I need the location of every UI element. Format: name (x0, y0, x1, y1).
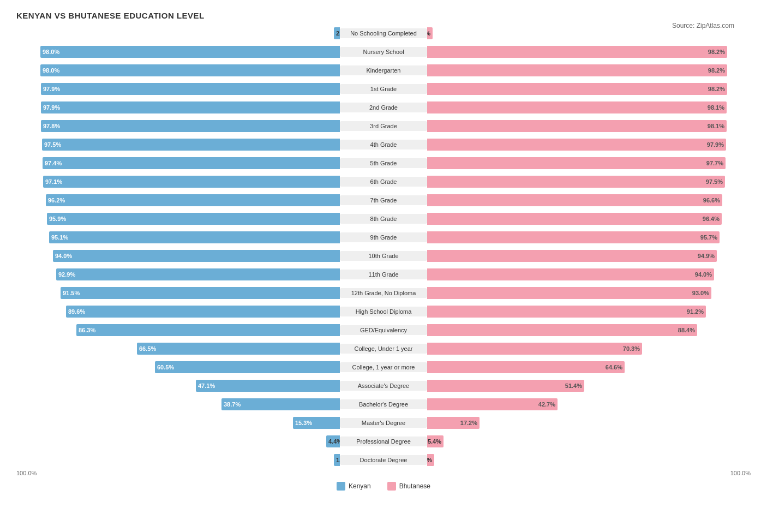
table-row: 86.3%GED/Equivalency88.4% (16, 322, 751, 338)
bar-right-value: 70.3% (623, 345, 640, 352)
bar-left-value: 95.9% (49, 216, 66, 222)
bar-left-value: 96.2% (48, 197, 65, 204)
bar-right-value: 98.2% (708, 86, 725, 92)
legend: Kenyan Bhutanese (16, 482, 751, 491)
bar-category-label: Master's Degree (340, 418, 427, 428)
bar-category-label: 6th Grade (340, 177, 427, 187)
bar-right-value: 96.4% (703, 216, 720, 222)
table-row: 94.0%10th Grade94.9% (16, 248, 751, 264)
bar-right-value: 91.2% (687, 308, 704, 315)
bar-right-value: 97.9% (707, 141, 724, 148)
bar-left-value: 15.3% (295, 420, 312, 426)
bar-right-value: 93.0% (692, 290, 709, 296)
bar-category-label: GED/Equivalency (340, 325, 427, 335)
bar-left-value: 94.0% (55, 253, 72, 259)
table-row: 98.0%Kindergarten98.2% (16, 63, 751, 78)
bar-category-label: Nursery School (340, 47, 427, 57)
bar-left-value: 97.8% (43, 123, 60, 129)
bar-category-label: 2nd Grade (340, 103, 427, 112)
table-row: 4.4%Professional Degree5.4% (16, 434, 751, 449)
footer-left: 100.0% (16, 470, 37, 476)
bar-category-label: Doctorate Degree (340, 455, 427, 465)
table-row: 97.4%5th Grade97.7% (16, 156, 751, 171)
chart-inner: 2.0%No Schooling Completed1.8%98.0%Nurse… (16, 26, 751, 468)
bar-left-value: 98.0% (43, 67, 59, 74)
chart-title: KENYAN VS BHUTANESE EDUCATION LEVEL (16, 11, 751, 20)
table-row: 38.7%Bachelor's Degree42.7% (16, 397, 751, 412)
bar-left-value: 95.1% (51, 234, 68, 241)
table-row: 95.1%9th Grade95.7% (16, 230, 751, 245)
bar-category-label: 10th Grade (340, 251, 427, 261)
bar-right-value: 42.7% (538, 401, 555, 408)
bar-category-label: 5th Grade (340, 158, 427, 168)
bar-category-label: Kindergarten (340, 65, 427, 75)
bar-category-label: 7th Grade (340, 195, 427, 205)
table-row: 66.5%College, Under 1 year70.3% (16, 341, 751, 356)
legend-bhutanese-label: Bhutanese (399, 482, 430, 490)
chart-container: 2.0%No Schooling Completed1.8%98.0%Nurse… (16, 26, 751, 491)
bar-left-value: 97.5% (44, 141, 61, 148)
bar-category-label: High School Diploma (340, 307, 427, 316)
table-row: 97.5%4th Grade97.9% (16, 137, 751, 152)
table-row: 1.9%Doctorate Degree2.3% (16, 452, 751, 468)
bar-category-label: 11th Grade (340, 270, 427, 279)
bar-right-value: 96.6% (703, 197, 720, 204)
bar-right-value: 97.7% (706, 160, 723, 166)
bar-category-label: Bachelor's Degree (340, 399, 427, 409)
table-row: 91.5%12th Grade, No Diploma93.0% (16, 285, 751, 301)
bar-left-value: 66.5% (139, 345, 156, 352)
table-row: 97.8%3rd Grade98.1% (16, 118, 751, 134)
bar-left-value: 97.9% (43, 86, 60, 92)
table-row: 92.9%11th Grade94.0% (16, 267, 751, 282)
bar-left-value: 60.5% (157, 364, 174, 370)
bar-category-label: 9th Grade (340, 232, 427, 242)
legend-kenyan-label: Kenyan (349, 482, 371, 490)
legend-bhutanese-box (387, 482, 396, 491)
table-row: 96.2%7th Grade96.6% (16, 193, 751, 208)
table-row: 15.3%Master's Degree17.2% (16, 415, 751, 431)
table-row: 97.1%6th Grade97.5% (16, 174, 751, 189)
table-row: 89.6%High School Diploma91.2% (16, 304, 751, 319)
bar-left-value: 38.7% (224, 401, 241, 408)
bar-right-value: 94.9% (698, 253, 715, 259)
legend-kenyan-box (337, 482, 345, 491)
bar-right-value: 51.4% (565, 382, 582, 389)
bar-left-value: 97.1% (45, 178, 62, 185)
bar-category-label: Professional Degree (340, 437, 427, 446)
bar-category-label: No Schooling Completed (340, 28, 427, 38)
bar-right-value: 64.6% (606, 364, 622, 370)
bar-category-label: College, 1 year or more (340, 362, 427, 372)
footer-right: 100.0% (730, 470, 751, 476)
legend-bhutanese: Bhutanese (387, 482, 430, 491)
bar-left-value: 89.6% (68, 308, 85, 315)
bar-right-value: 98.1% (708, 104, 724, 111)
bar-category-label: Associate's Degree (340, 381, 427, 391)
bar-right-value: 17.2% (460, 420, 477, 426)
bar-category-label: 12th Grade, No Diploma (340, 288, 427, 298)
bar-right-value: 5.4% (428, 438, 441, 445)
legend-kenyan: Kenyan (337, 482, 371, 491)
footer: 100.0% 100.0% (16, 470, 751, 476)
bar-right-value: 98.2% (708, 67, 725, 74)
bar-category-label: College, Under 1 year (340, 344, 427, 354)
bar-right-value: 94.0% (695, 271, 712, 278)
table-row: 95.9%8th Grade96.4% (16, 211, 751, 226)
table-row: 97.9%1st Grade98.2% (16, 81, 751, 97)
bar-right-value: 95.7% (700, 234, 717, 241)
bar-category-label: 1st Grade (340, 84, 427, 94)
bar-right-value: 98.2% (708, 49, 725, 55)
table-row: 47.1%Associate's Degree51.4% (16, 378, 751, 393)
table-row: 2.0%No Schooling Completed1.8% (16, 26, 751, 41)
bar-left-value: 98.0% (43, 49, 59, 55)
bar-category-label: 8th Grade (340, 214, 427, 224)
bar-category-label: 4th Grade (340, 140, 427, 150)
bar-left-value: 97.4% (45, 160, 62, 166)
bar-right-value: 88.4% (678, 327, 695, 333)
table-row: 60.5%College, 1 year or more64.6% (16, 360, 751, 375)
table-row: 98.0%Nursery School98.2% (16, 44, 751, 59)
bar-category-label: 3rd Grade (340, 121, 427, 131)
bar-right-value: 98.1% (708, 123, 724, 129)
bar-left-value: 47.1% (198, 382, 215, 389)
bar-left-value: 92.9% (58, 271, 75, 278)
bar-left-value: 86.3% (79, 327, 95, 333)
